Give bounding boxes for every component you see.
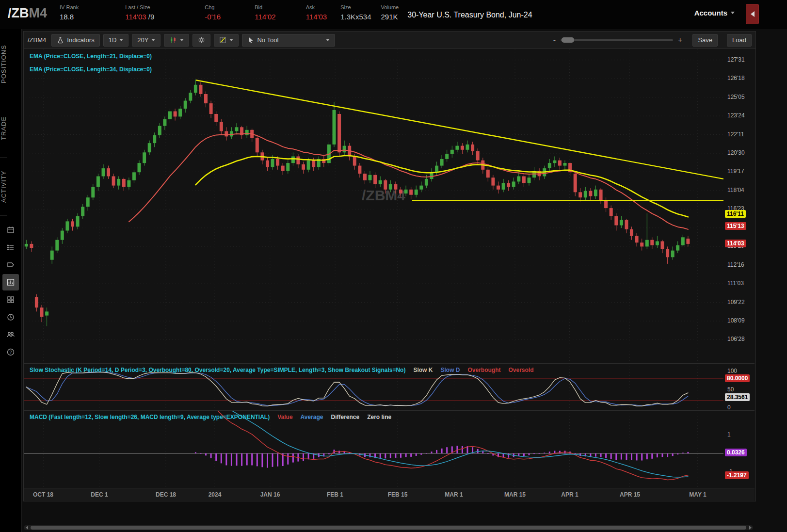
instrument-description: 30-Year U.S. Treasury Bond, Jun-24 (407, 11, 532, 19)
collapse-panel-button[interactable] (746, 4, 759, 24)
indicators-button[interactable]: Indicators (51, 34, 99, 47)
macd-params-label: MACD (Fast length=12, Slow length=26, MA… (30, 414, 270, 420)
help-icon[interactable]: ? (2, 344, 19, 360)
legend-item: Slow D (440, 367, 460, 373)
sidebar-icon-rail: ? (0, 222, 21, 360)
drawing-tool-dropdown[interactable]: No Tool (242, 34, 335, 47)
scroll-left-arrow-icon[interactable] (24, 525, 30, 530)
sidebar-tab-trade[interactable]: TRADE (0, 99, 7, 158)
macd-axis-bubble: -1.2197 (725, 471, 749, 479)
flask-icon (57, 36, 64, 44)
price-axis-tick: 106'28 (727, 336, 745, 342)
watchlist-icon[interactable] (2, 239, 19, 256)
price-axis-tick: 127'31 (727, 56, 745, 63)
time-axis[interactable]: OCT 18DEC 1DEC 182024JAN 16FEB 1FEB 15MA… (24, 488, 755, 501)
price-axis-bubble: 116'11 (725, 210, 746, 218)
sidebar-tab-activity[interactable]: ACTIVITY (0, 158, 7, 216)
chevron-down-icon (180, 39, 184, 41)
chevron-down-icon (151, 39, 155, 41)
sidebar-tab-positions[interactable]: POSITIONS (0, 29, 7, 99)
stochastic-axis-tick: 50 (727, 386, 734, 393)
date-label: MAR 1 (445, 491, 463, 498)
horizontal-scrollbar[interactable] (24, 525, 753, 530)
stochastic-axis-tick: 0 (727, 404, 731, 411)
legend-item: Oversold (508, 367, 533, 373)
price-axis-tick: 112'16 (727, 261, 744, 268)
price-axis[interactable]: 127'31126'18125'05123'24122'11120'30119'… (723, 49, 755, 363)
scroll-right-arrow-icon[interactable] (747, 525, 753, 530)
macd-svg (24, 411, 723, 488)
range-dropdown[interactable]: 20Y (132, 34, 161, 47)
price-axis-tick: 122'11 (727, 131, 744, 138)
chart-module: /ZBM4 Indicators 1D 20Y (23, 31, 756, 501)
community-icon[interactable] (2, 326, 19, 343)
stochastic-legend: Slow Stochastic (K Period=14, D Period=3… (30, 367, 534, 373)
date-label: DEC 18 (156, 491, 176, 498)
price-axis-tick: 111'03 (727, 280, 744, 287)
ema21-label: EMA (Price=CLOSE, Length=21, Displace=0) (30, 53, 152, 60)
macd-legend: MACD (Fast length=12, Slow length=26, MA… (30, 414, 391, 420)
quote-field-ask: Ask 114'03 (306, 4, 327, 22)
legend-item: Slow K (413, 367, 433, 373)
patterns-dropdown[interactable] (214, 34, 239, 47)
chevron-down-icon (229, 39, 233, 41)
price-axis-tick: 108'09 (727, 317, 745, 324)
price-chart[interactable]: /ZBM4 (24, 49, 723, 363)
scrollbar-thumb[interactable] (31, 526, 746, 530)
load-button[interactable]: Load (727, 34, 752, 47)
chevron-left-icon (751, 11, 755, 17)
price-axis-bubble: 114'03 (725, 240, 746, 247)
stochastic-axis-bubble: 28.3561 (725, 393, 750, 401)
legend-item: Overbought (467, 367, 500, 373)
chart-settings-button[interactable] (193, 34, 210, 47)
trade-ticket-icon[interactable] (2, 257, 19, 273)
chevron-down-icon (731, 12, 735, 14)
aggregation-dropdown[interactable]: 1D (103, 34, 129, 47)
chevron-down-icon (119, 39, 123, 41)
quote-field-size: Size 1.3Kx534 (340, 4, 371, 22)
stochastic-panel: Slow Stochastic (K Period=14, D Period=3… (24, 363, 755, 410)
study-labels: EMA (Price=CLOSE, Length=21, Displace=0)… (30, 53, 152, 79)
history-clock-icon[interactable] (2, 309, 19, 325)
stochastic-params-label: Slow Stochastic (K Period=14, D Period=3… (30, 367, 405, 373)
app: /ZBM4 IV Rank 18.8 Last / Size 114'03 /9… (0, 0, 787, 532)
main-area: /ZBM4 Indicators 1D 20Y (22, 29, 787, 532)
price-axis-tick: 118'04 (727, 187, 744, 193)
macd-axis-bubble: 0.0326 (725, 449, 747, 456)
legend-item: Average (301, 414, 323, 420)
zoom-slider-thumb[interactable] (562, 37, 574, 43)
date-label: MAR 15 (504, 491, 526, 498)
legend-item: Zero line (367, 414, 391, 420)
svg-text:?: ? (9, 350, 12, 355)
quote-field-bid: Bid 114'02 (255, 4, 275, 22)
macd-plot[interactable] (24, 411, 723, 488)
price-chart-svg: /ZBM4 (24, 49, 723, 363)
chart-type-dropdown[interactable] (164, 34, 189, 47)
date-label: OCT 18 (33, 491, 53, 498)
price-axis-tick: 109'22 (727, 299, 745, 306)
calendar-icon[interactable] (2, 222, 19, 238)
price-axis-tick: 119'17 (727, 168, 744, 175)
date-label: JAN 16 (260, 491, 280, 498)
cursor-icon (247, 36, 254, 44)
quote-field-last-size: Last / Size 114'03 /9 (125, 4, 154, 22)
price-axis-bubble: 115'13 (725, 222, 746, 230)
chart-icon[interactable] (2, 274, 19, 290)
stochastic-axis-bubble: 80.0000 (725, 374, 750, 382)
stochastic-axis: 10050080.000028.3561 (723, 364, 755, 410)
zoom-slider[interactable] (561, 39, 673, 41)
grid-icon[interactable] (2, 291, 19, 308)
date-label: MAY 1 (689, 491, 706, 498)
macd-axis: 1-10.0326-1.2197 (723, 411, 755, 488)
macd-axis-tick: 1 (727, 431, 731, 438)
svg-text:/ZBM4: /ZBM4 (362, 187, 405, 203)
chart-toolbar: /ZBM4 Indicators 1D 20Y (24, 32, 755, 49)
zoom-in-button[interactable]: + (678, 36, 682, 45)
zoom-out-button[interactable]: - (553, 36, 556, 45)
stochastic-axis-tick: 100 (727, 368, 737, 374)
save-button[interactable]: Save (692, 34, 718, 47)
gear-icon (198, 36, 205, 44)
accounts-menu[interactable]: Accounts (694, 9, 735, 17)
chart-body: /ZBM4 EMA (Price=CLOSE, Length=21, Displ… (24, 49, 755, 501)
symbol: /ZBM4 (8, 6, 47, 21)
